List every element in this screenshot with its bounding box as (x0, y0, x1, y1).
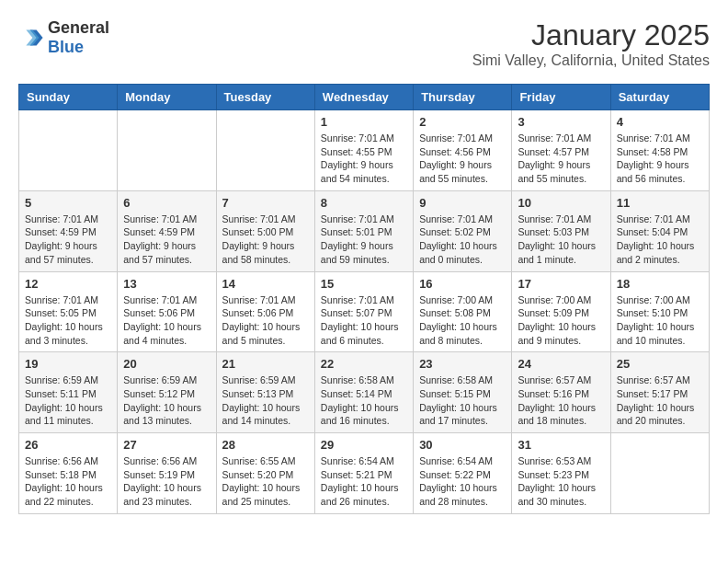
day-number: 20 (123, 357, 210, 371)
day-info: Sunrise: 6:58 AM Sunset: 5:15 PM Dayligh… (419, 373, 506, 428)
page-header: General Blue January 2025 Simi Valley, C… (18, 18, 710, 69)
calendar-cell: 17Sunrise: 7:00 AM Sunset: 5:09 PM Dayli… (512, 271, 610, 352)
calendar-cell: 22Sunrise: 6:58 AM Sunset: 5:14 PM Dayli… (314, 352, 413, 433)
calendar-cell: 16Sunrise: 7:00 AM Sunset: 5:08 PM Dayli… (414, 271, 512, 352)
calendar-cell: 23Sunrise: 6:58 AM Sunset: 5:15 PM Dayli… (414, 352, 512, 433)
title-block: January 2025 Simi Valley, California, Un… (472, 18, 710, 69)
day-number: 23 (419, 357, 506, 371)
calendar-cell (19, 110, 118, 191)
calendar-cell: 4Sunrise: 7:01 AM Sunset: 4:58 PM Daylig… (610, 110, 709, 191)
day-info: Sunrise: 7:01 AM Sunset: 5:06 PM Dayligh… (222, 293, 309, 348)
day-number: 27 (123, 438, 210, 452)
day-info: Sunrise: 7:01 AM Sunset: 5:05 PM Dayligh… (25, 293, 111, 348)
calendar-cell: 31Sunrise: 6:53 AM Sunset: 5:23 PM Dayli… (512, 433, 610, 514)
day-number: 13 (123, 277, 210, 291)
day-number: 29 (321, 438, 407, 452)
calendar-week-4: 19Sunrise: 6:59 AM Sunset: 5:11 PM Dayli… (19, 352, 710, 433)
day-info: Sunrise: 7:01 AM Sunset: 4:59 PM Dayligh… (25, 213, 111, 267)
day-number: 24 (518, 357, 604, 371)
calendar-cell: 24Sunrise: 6:57 AM Sunset: 5:16 PM Dayli… (512, 352, 610, 433)
weekday-header-saturday: Saturday (610, 85, 709, 110)
calendar-cell: 12Sunrise: 7:01 AM Sunset: 5:05 PM Dayli… (19, 271, 118, 352)
weekday-header-wednesday: Wednesday (314, 85, 413, 110)
day-info: Sunrise: 7:00 AM Sunset: 5:08 PM Dayligh… (419, 293, 506, 348)
logo-icon (18, 25, 44, 51)
weekday-header-friday: Friday (512, 85, 610, 110)
calendar-cell: 30Sunrise: 6:54 AM Sunset: 5:22 PM Dayli… (414, 433, 512, 514)
calendar-cell: 13Sunrise: 7:01 AM Sunset: 5:06 PM Dayli… (118, 271, 216, 352)
day-number: 2 (419, 115, 506, 129)
calendar-cell: 29Sunrise: 6:54 AM Sunset: 5:21 PM Dayli… (314, 433, 413, 514)
calendar-table: SundayMondayTuesdayWednesdayThursdayFrid… (18, 84, 710, 514)
day-number: 30 (419, 438, 506, 452)
day-info: Sunrise: 7:01 AM Sunset: 5:06 PM Dayligh… (123, 293, 210, 348)
day-info: Sunrise: 7:01 AM Sunset: 5:07 PM Dayligh… (321, 293, 407, 348)
calendar-cell: 7Sunrise: 7:01 AM Sunset: 5:00 PM Daylig… (216, 190, 314, 271)
day-info: Sunrise: 7:01 AM Sunset: 4:58 PM Dayligh… (617, 132, 703, 186)
calendar-subtitle: Simi Valley, California, United States (472, 52, 710, 69)
day-info: Sunrise: 7:01 AM Sunset: 4:56 PM Dayligh… (419, 132, 506, 186)
calendar-title: January 2025 (472, 18, 710, 52)
day-info: Sunrise: 7:01 AM Sunset: 5:01 PM Dayligh… (321, 213, 407, 267)
logo: General Blue (18, 18, 109, 57)
calendar-cell: 19Sunrise: 6:59 AM Sunset: 5:11 PM Dayli… (19, 352, 118, 433)
day-number: 12 (25, 277, 111, 291)
calendar-cell: 18Sunrise: 7:00 AM Sunset: 5:10 PM Dayli… (610, 271, 709, 352)
calendar-cell: 14Sunrise: 7:01 AM Sunset: 5:06 PM Dayli… (216, 271, 314, 352)
calendar-cell (610, 433, 709, 514)
day-number: 17 (518, 277, 604, 291)
calendar-cell: 28Sunrise: 6:55 AM Sunset: 5:20 PM Dayli… (216, 433, 314, 514)
calendar-week-2: 5Sunrise: 7:01 AM Sunset: 4:59 PM Daylig… (19, 190, 710, 271)
day-number: 16 (419, 277, 506, 291)
day-number: 1 (321, 115, 407, 129)
day-info: Sunrise: 6:54 AM Sunset: 5:22 PM Dayligh… (419, 454, 506, 509)
day-number: 26 (25, 438, 111, 452)
calendar-cell: 9Sunrise: 7:01 AM Sunset: 5:02 PM Daylig… (414, 190, 512, 271)
calendar-week-3: 12Sunrise: 7:01 AM Sunset: 5:05 PM Dayli… (19, 271, 710, 352)
day-info: Sunrise: 6:59 AM Sunset: 5:11 PM Dayligh… (25, 373, 111, 428)
day-info: Sunrise: 6:57 AM Sunset: 5:16 PM Dayligh… (518, 373, 604, 428)
calendar-cell: 20Sunrise: 6:59 AM Sunset: 5:12 PM Dayli… (118, 352, 216, 433)
day-info: Sunrise: 6:53 AM Sunset: 5:23 PM Dayligh… (518, 454, 604, 509)
calendar-cell: 25Sunrise: 6:57 AM Sunset: 5:17 PM Dayli… (610, 352, 709, 433)
calendar-cell: 21Sunrise: 6:59 AM Sunset: 5:13 PM Dayli… (216, 352, 314, 433)
day-info: Sunrise: 6:56 AM Sunset: 5:19 PM Dayligh… (123, 454, 210, 509)
day-number: 10 (518, 196, 604, 210)
day-number: 6 (123, 196, 210, 210)
day-info: Sunrise: 6:56 AM Sunset: 5:18 PM Dayligh… (25, 454, 111, 509)
day-number: 28 (222, 438, 309, 452)
logo-general: General (48, 18, 109, 37)
weekday-header-sunday: Sunday (19, 85, 118, 110)
day-number: 11 (617, 196, 703, 210)
day-info: Sunrise: 7:01 AM Sunset: 5:04 PM Dayligh… (617, 213, 703, 267)
day-number: 7 (222, 196, 309, 210)
day-number: 19 (25, 357, 111, 371)
weekday-header-thursday: Thursday (414, 85, 512, 110)
calendar-cell: 27Sunrise: 6:56 AM Sunset: 5:19 PM Dayli… (118, 433, 216, 514)
day-info: Sunrise: 6:54 AM Sunset: 5:21 PM Dayligh… (321, 454, 407, 509)
day-number: 14 (222, 277, 309, 291)
day-info: Sunrise: 7:01 AM Sunset: 5:00 PM Dayligh… (222, 213, 309, 267)
weekday-header-row: SundayMondayTuesdayWednesdayThursdayFrid… (19, 85, 710, 110)
day-info: Sunrise: 7:00 AM Sunset: 5:09 PM Dayligh… (518, 293, 604, 348)
calendar-week-5: 26Sunrise: 6:56 AM Sunset: 5:18 PM Dayli… (19, 433, 710, 514)
day-info: Sunrise: 7:01 AM Sunset: 4:55 PM Dayligh… (321, 132, 407, 186)
day-number: 31 (518, 438, 604, 452)
day-info: Sunrise: 7:01 AM Sunset: 5:03 PM Dayligh… (518, 213, 604, 267)
calendar-week-1: 1Sunrise: 7:01 AM Sunset: 4:55 PM Daylig… (19, 110, 710, 191)
calendar-cell: 2Sunrise: 7:01 AM Sunset: 4:56 PM Daylig… (414, 110, 512, 191)
day-info: Sunrise: 7:00 AM Sunset: 5:10 PM Dayligh… (617, 293, 703, 348)
calendar-cell (118, 110, 216, 191)
day-number: 3 (518, 115, 604, 129)
weekday-header-monday: Monday (118, 85, 216, 110)
day-number: 4 (617, 115, 703, 129)
calendar-cell: 8Sunrise: 7:01 AM Sunset: 5:01 PM Daylig… (314, 190, 413, 271)
day-number: 9 (419, 196, 506, 210)
day-info: Sunrise: 7:01 AM Sunset: 5:02 PM Dayligh… (419, 213, 506, 267)
calendar-cell: 6Sunrise: 7:01 AM Sunset: 4:59 PM Daylig… (118, 190, 216, 271)
logo-blue: Blue (48, 38, 84, 56)
day-info: Sunrise: 6:59 AM Sunset: 5:13 PM Dayligh… (222, 373, 309, 428)
day-number: 21 (222, 357, 309, 371)
calendar-cell: 1Sunrise: 7:01 AM Sunset: 4:55 PM Daylig… (314, 110, 413, 191)
day-number: 18 (617, 277, 703, 291)
